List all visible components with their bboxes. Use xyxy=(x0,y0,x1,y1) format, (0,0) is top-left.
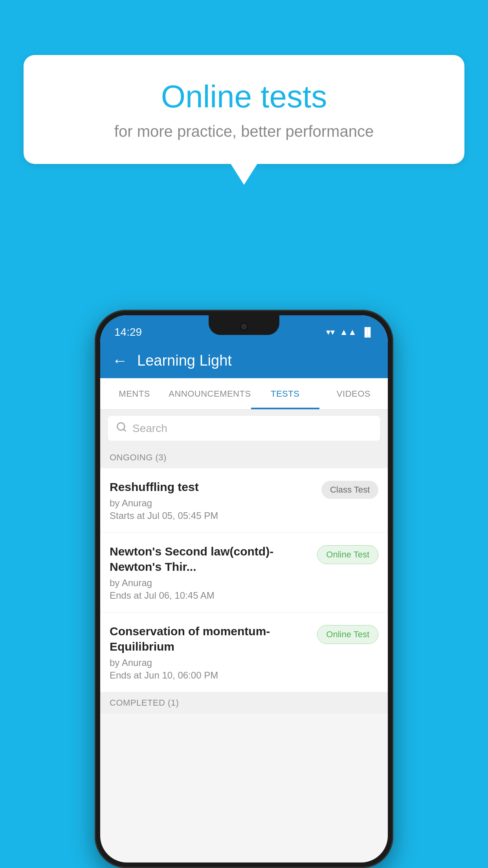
speech-bubble-title: Online tests xyxy=(55,79,433,115)
completed-section-header: COMPLETED (1) xyxy=(100,692,388,714)
test-by: by Anurag xyxy=(110,498,315,509)
phone-screen: 14:29 ▾▾ ▲▲ ▐▌ ← Learning Light MENTS AN… xyxy=(100,315,388,862)
ongoing-section-header: ONGOING (3) xyxy=(100,447,388,468)
tabs-container: MENTS ANNOUNCEMENTS TESTS VIDEOS xyxy=(100,378,388,410)
search-box[interactable]: Search xyxy=(108,416,380,441)
test-info: Conservation of momentum-Equilibrium by … xyxy=(110,623,311,681)
test-list: Reshuffling test by Anurag Starts at Jul… xyxy=(100,468,388,692)
test-by: by Anurag xyxy=(110,657,311,668)
test-badge-online-2: Online Test xyxy=(317,625,378,644)
tab-tests[interactable]: TESTS xyxy=(251,378,319,409)
test-name: Conservation of momentum-Equilibrium xyxy=(110,623,311,654)
speech-bubble-subtitle: for more practice, better performance xyxy=(55,123,433,140)
test-by: by Anurag xyxy=(110,577,311,588)
app-header-title: Learning Light xyxy=(137,352,232,369)
test-time: Ends at Jul 06, 10:45 AM xyxy=(110,590,311,601)
status-time: 14:29 xyxy=(114,326,142,338)
tab-videos[interactable]: VIDEOS xyxy=(319,378,388,409)
speech-bubble: Online tests for more practice, better p… xyxy=(24,55,464,164)
app-header: ← Learning Light xyxy=(100,343,388,378)
test-badge-online: Online Test xyxy=(317,545,378,564)
phone-camera xyxy=(240,322,248,331)
speech-bubble-tail xyxy=(230,163,258,185)
test-badge-class: Class Test xyxy=(321,481,378,499)
test-item[interactable]: Newton's Second law(contd)-Newton's Thir… xyxy=(100,533,388,612)
battery-icon: ▐▌ xyxy=(361,327,374,337)
test-info: Reshuffling test by Anurag Starts at Jul… xyxy=(110,479,315,521)
tab-announcements[interactable]: ANNOUNCEMENTS xyxy=(169,378,251,409)
test-item[interactable]: Conservation of momentum-Equilibrium by … xyxy=(100,612,388,692)
test-name: Reshuffling test xyxy=(110,479,315,495)
back-button[interactable]: ← xyxy=(112,352,128,370)
status-icons: ▾▾ ▲▲ ▐▌ xyxy=(326,327,374,337)
test-time: Starts at Jul 05, 05:45 PM xyxy=(110,510,315,521)
test-time: Ends at Jun 10, 06:00 PM xyxy=(110,670,311,681)
test-name: Newton's Second law(contd)-Newton's Thir… xyxy=(110,544,311,574)
phone-outer: 14:29 ▾▾ ▲▲ ▐▌ ← Learning Light MENTS AN… xyxy=(95,310,393,868)
tab-ments[interactable]: MENTS xyxy=(100,378,169,409)
test-item[interactable]: Reshuffling test by Anurag Starts at Jul… xyxy=(100,468,388,533)
search-icon xyxy=(116,421,127,435)
test-info: Newton's Second law(contd)-Newton's Thir… xyxy=(110,544,311,601)
svg-line-1 xyxy=(123,429,125,431)
search-placeholder: Search xyxy=(132,422,167,435)
phone-notch xyxy=(209,315,279,335)
speech-bubble-container: Online tests for more practice, better p… xyxy=(24,55,464,185)
phone-mockup: 14:29 ▾▾ ▲▲ ▐▌ ← Learning Light MENTS AN… xyxy=(95,310,393,868)
signal-icon: ▲▲ xyxy=(339,327,357,337)
search-container: Search xyxy=(100,410,388,447)
wifi-icon: ▾▾ xyxy=(326,327,335,337)
